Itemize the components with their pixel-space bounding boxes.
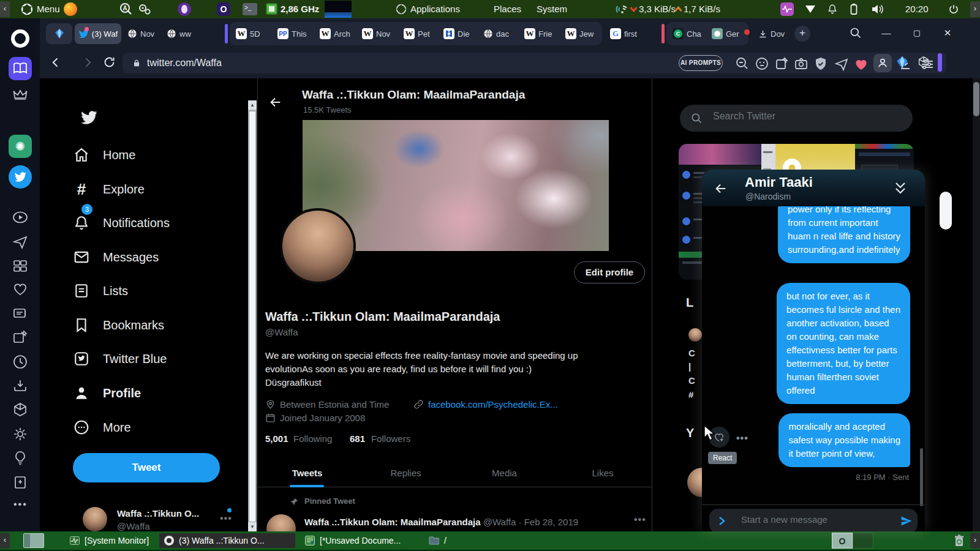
tab-wiki-nov[interactable]: WNov (358, 23, 399, 44)
tab-active-twitter[interactable]: (3) Waf (75, 23, 121, 44)
indicator-triangle-icon[interactable] (805, 5, 816, 13)
dm-contact-name[interactable]: Amir Taaki (745, 174, 813, 190)
maximize-button[interactable]: ▢ (911, 27, 923, 39)
tweet-header[interactable]: Waffa .:.Tikkun Olam: MaailmaParandaja @… (304, 517, 647, 527)
workspace-pager-active[interactable]: O (832, 533, 853, 549)
cpu-graph[interactable] (325, 1, 352, 18)
clock[interactable]: 20:20 (905, 4, 929, 14)
twitter-sidebar-icon[interactable] (9, 165, 32, 189)
sidebar-more-icon[interactable]: ••• (13, 499, 28, 510)
sidebar-item-bookmarks[interactable]: Bookmarks (74, 310, 164, 340)
shield-check-icon[interactable] (813, 56, 828, 71)
terminal-icon[interactable]: >_ (243, 3, 257, 15)
dm-message[interactable]: moralically and acepted safest way possi… (778, 413, 910, 467)
sidebar-item-lists[interactable]: Lists (74, 276, 128, 306)
tab-pp[interactable]: PPThis (274, 23, 315, 44)
cube-extension-icon[interactable] (917, 56, 930, 69)
send-page-icon[interactable] (834, 57, 849, 72)
collapse-chevrons-icon[interactable] (893, 181, 908, 197)
expand-chevron-icon[interactable] (718, 516, 726, 526)
back-icon[interactable] (50, 56, 62, 69)
applications-icon[interactable] (396, 4, 407, 15)
tor-icon[interactable] (178, 2, 191, 16)
dm-back-icon[interactable] (714, 182, 728, 195)
opera-logo-icon[interactable] (11, 29, 29, 48)
messenger-send-icon[interactable] (12, 234, 28, 250)
chatgpt-sidebar-icon[interactable]: ✺ (9, 135, 32, 158)
extensions-cube-icon[interactable] (12, 402, 28, 418)
profile-avatar[interactable] (280, 208, 356, 284)
system-menu[interactable]: System (537, 4, 567, 14)
sidebar-item-more[interactable]: More (74, 412, 131, 443)
taskbar-item-system-monitor[interactable]: [System Monitor] (65, 533, 154, 548)
panel-collapse-right-icon[interactable]: › (970, 1, 980, 17)
idea-bulb-icon[interactable] (12, 450, 28, 466)
scrollbar-thumb[interactable] (249, 111, 256, 522)
volume-icon[interactable] (871, 3, 884, 15)
search-tool-icon[interactable]: A (119, 2, 134, 16)
tab-tweets[interactable]: Tweets (258, 468, 356, 478)
favorites-heart-icon[interactable] (854, 57, 869, 72)
notifications-bell-icon[interactable] (827, 3, 838, 15)
tab-replies[interactable]: Replies (356, 468, 455, 478)
workspaces-grid-icon[interactable] (12, 258, 28, 274)
menu-label[interactable]: Menu (37, 4, 60, 14)
sidebar-scroll-thumb[interactable] (940, 192, 952, 230)
forward-icon[interactable] (81, 56, 94, 69)
tab-group-bar-red[interactable] (662, 24, 665, 43)
followers-count[interactable]: 681 (350, 433, 365, 444)
player-icon[interactable] (12, 209, 28, 225)
tab-globe-1[interactable]: Nov (124, 23, 162, 44)
dm-message-input[interactable] (741, 514, 888, 525)
tab-gpt[interactable]: ✺Ger (708, 23, 746, 44)
tab-wiki-jew[interactable]: WJew (562, 23, 600, 44)
tab-wiki-pet[interactable]: WPet (400, 23, 439, 44)
profile-website-link[interactable]: facebook.com/Psychedelic.Ex... (428, 399, 558, 410)
sidebar-item-twitter-blue[interactable]: Twitter Blue (74, 343, 167, 374)
taskbar-collapse-left-icon[interactable]: ‹ (0, 533, 10, 549)
show-desktop-button[interactable] (23, 533, 44, 548)
taskbar-collapse-right-icon[interactable]: › (970, 533, 980, 549)
tab-likes[interactable]: Likes (554, 468, 652, 478)
sidebar-item-messages[interactable]: Messages (74, 242, 159, 272)
dm-input-bar[interactable] (709, 509, 918, 531)
sidebar-item-explore[interactable]: # Explore (74, 174, 145, 204)
gtk-scrollbar[interactable]: ▲ ▼ (248, 100, 257, 531)
profile-extension-button[interactable] (873, 54, 892, 72)
dm-message[interactable]: but not for ever, as it becomes ful lsir… (777, 283, 910, 404)
taskbar-item-editor[interactable]: [*Unsaved Docume... (300, 533, 405, 548)
pinned-tab[interactable] (46, 23, 72, 44)
dm-scrollbar-thumb[interactable] (920, 448, 923, 506)
news-icon[interactable] (12, 305, 28, 321)
extension-bar-indicator[interactable] (938, 53, 942, 72)
sidebar-item-profile[interactable]: Profile (74, 378, 141, 408)
search-input[interactable] (713, 111, 897, 122)
minimize-button[interactable]: — (880, 27, 892, 39)
taskbar-item-browser[interactable]: (3) Waffa ..:Tikkun O... (159, 533, 295, 548)
distro-menu-icon[interactable] (21, 3, 33, 15)
network-signal-icon[interactable] (615, 4, 628, 15)
tab-downloads[interactable]: Dov (755, 23, 791, 44)
panel-collapse-left-icon[interactable]: ‹ (0, 1, 10, 17)
taskbar-item-files[interactable]: / (424, 533, 451, 548)
close-button[interactable]: ✕ (941, 27, 954, 39)
followers-label[interactable]: Followers (371, 433, 410, 444)
pin-note-icon[interactable] (774, 56, 789, 71)
camera-snapshot-icon[interactable] (794, 56, 809, 71)
edit-profile-button[interactable]: Edit profile (574, 261, 645, 283)
places-menu[interactable]: Places (494, 4, 521, 14)
following-count[interactable]: 5,001 (265, 433, 288, 444)
twitter-logo-icon[interactable] (80, 109, 97, 126)
new-tab-button[interactable]: + (794, 26, 810, 42)
tab-dac[interactable]: dac (480, 23, 519, 44)
following-label[interactable]: Following (293, 433, 332, 444)
downloads-tray-icon[interactable] (12, 378, 28, 394)
history-clock-icon[interactable] (12, 354, 28, 370)
search-box[interactable] (680, 105, 913, 132)
settings-gear-icon[interactable] (12, 426, 28, 442)
tab-google[interactable]: Gfirst (606, 23, 648, 44)
page-scrollbar[interactable] (973, 78, 980, 531)
tab-die[interactable]: Die (440, 23, 478, 44)
dm-message-more-icon[interactable]: ••• (736, 433, 748, 444)
favorites-icon[interactable] (12, 282, 28, 298)
